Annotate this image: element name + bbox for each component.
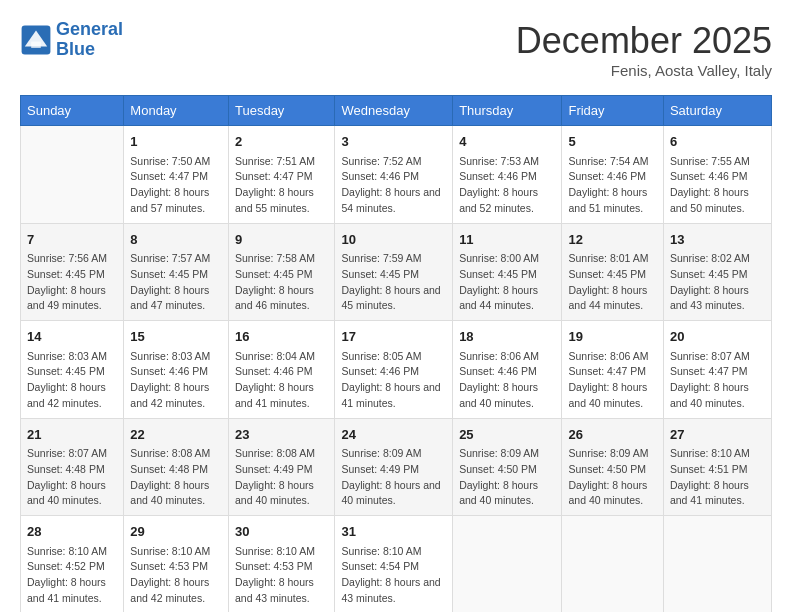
day-number: 16: [235, 327, 328, 347]
calendar-cell: 5Sunrise: 7:54 AMSunset: 4:46 PMDaylight…: [562, 126, 663, 224]
day-number: 14: [27, 327, 117, 347]
col-header-thursday: Thursday: [453, 96, 562, 126]
cell-info: Sunrise: 8:03 AMSunset: 4:46 PMDaylight:…: [130, 349, 222, 412]
week-row-1: 1Sunrise: 7:50 AMSunset: 4:47 PMDaylight…: [21, 126, 772, 224]
svg-rect-2: [31, 41, 41, 47]
cell-info: Sunrise: 7:56 AMSunset: 4:45 PMDaylight:…: [27, 251, 117, 314]
calendar-cell: 11Sunrise: 8:00 AMSunset: 4:45 PMDayligh…: [453, 223, 562, 321]
day-number: 25: [459, 425, 555, 445]
day-number: 1: [130, 132, 222, 152]
day-number: 18: [459, 327, 555, 347]
day-number: 4: [459, 132, 555, 152]
calendar-cell: 31Sunrise: 8:10 AMSunset: 4:54 PMDayligh…: [335, 516, 453, 613]
calendar-cell: 17Sunrise: 8:05 AMSunset: 4:46 PMDayligh…: [335, 321, 453, 419]
day-number: 24: [341, 425, 446, 445]
calendar-cell: 23Sunrise: 8:08 AMSunset: 4:49 PMDayligh…: [228, 418, 334, 516]
title-block: December 2025 Fenis, Aosta Valley, Italy: [516, 20, 772, 79]
day-number: 30: [235, 522, 328, 542]
calendar-cell: 30Sunrise: 8:10 AMSunset: 4:53 PMDayligh…: [228, 516, 334, 613]
day-number: 20: [670, 327, 765, 347]
calendar-cell: 20Sunrise: 8:07 AMSunset: 4:47 PMDayligh…: [663, 321, 771, 419]
day-number: 22: [130, 425, 222, 445]
calendar-cell: [453, 516, 562, 613]
day-number: 27: [670, 425, 765, 445]
col-header-friday: Friday: [562, 96, 663, 126]
calendar-cell: 12Sunrise: 8:01 AMSunset: 4:45 PMDayligh…: [562, 223, 663, 321]
calendar-cell: [21, 126, 124, 224]
calendar-cell: 22Sunrise: 8:08 AMSunset: 4:48 PMDayligh…: [124, 418, 229, 516]
week-row-4: 21Sunrise: 8:07 AMSunset: 4:48 PMDayligh…: [21, 418, 772, 516]
calendar-table: SundayMondayTuesdayWednesdayThursdayFrid…: [20, 95, 772, 612]
week-row-3: 14Sunrise: 8:03 AMSunset: 4:45 PMDayligh…: [21, 321, 772, 419]
col-header-wednesday: Wednesday: [335, 96, 453, 126]
cell-info: Sunrise: 8:10 AMSunset: 4:53 PMDaylight:…: [130, 544, 222, 607]
cell-info: Sunrise: 8:08 AMSunset: 4:48 PMDaylight:…: [130, 446, 222, 509]
day-number: 5: [568, 132, 656, 152]
day-number: 13: [670, 230, 765, 250]
cell-info: Sunrise: 7:54 AMSunset: 4:46 PMDaylight:…: [568, 154, 656, 217]
location: Fenis, Aosta Valley, Italy: [516, 62, 772, 79]
cell-info: Sunrise: 7:51 AMSunset: 4:47 PMDaylight:…: [235, 154, 328, 217]
calendar-body: 1Sunrise: 7:50 AMSunset: 4:47 PMDaylight…: [21, 126, 772, 613]
calendar-cell: 14Sunrise: 8:03 AMSunset: 4:45 PMDayligh…: [21, 321, 124, 419]
calendar-cell: 8Sunrise: 7:57 AMSunset: 4:45 PMDaylight…: [124, 223, 229, 321]
day-number: 9: [235, 230, 328, 250]
cell-info: Sunrise: 8:10 AMSunset: 4:52 PMDaylight:…: [27, 544, 117, 607]
day-number: 23: [235, 425, 328, 445]
cell-info: Sunrise: 8:04 AMSunset: 4:46 PMDaylight:…: [235, 349, 328, 412]
cell-info: Sunrise: 8:09 AMSunset: 4:50 PMDaylight:…: [459, 446, 555, 509]
day-number: 11: [459, 230, 555, 250]
cell-info: Sunrise: 8:10 AMSunset: 4:51 PMDaylight:…: [670, 446, 765, 509]
day-number: 7: [27, 230, 117, 250]
week-row-2: 7Sunrise: 7:56 AMSunset: 4:45 PMDaylight…: [21, 223, 772, 321]
logo-icon: [20, 24, 52, 56]
logo: General Blue: [20, 20, 123, 60]
cell-info: Sunrise: 8:01 AMSunset: 4:45 PMDaylight:…: [568, 251, 656, 314]
day-number: 12: [568, 230, 656, 250]
calendar-cell: 27Sunrise: 8:10 AMSunset: 4:51 PMDayligh…: [663, 418, 771, 516]
day-number: 6: [670, 132, 765, 152]
calendar-cell: 4Sunrise: 7:53 AMSunset: 4:46 PMDaylight…: [453, 126, 562, 224]
cell-info: Sunrise: 7:53 AMSunset: 4:46 PMDaylight:…: [459, 154, 555, 217]
header-row: SundayMondayTuesdayWednesdayThursdayFrid…: [21, 96, 772, 126]
calendar-cell: 10Sunrise: 7:59 AMSunset: 4:45 PMDayligh…: [335, 223, 453, 321]
cell-info: Sunrise: 8:06 AMSunset: 4:47 PMDaylight:…: [568, 349, 656, 412]
calendar-cell: [663, 516, 771, 613]
col-header-sunday: Sunday: [21, 96, 124, 126]
cell-info: Sunrise: 8:07 AMSunset: 4:47 PMDaylight:…: [670, 349, 765, 412]
day-number: 10: [341, 230, 446, 250]
calendar-cell: 7Sunrise: 7:56 AMSunset: 4:45 PMDaylight…: [21, 223, 124, 321]
month-title: December 2025: [516, 20, 772, 62]
calendar-cell: 3Sunrise: 7:52 AMSunset: 4:46 PMDaylight…: [335, 126, 453, 224]
logo-line1: General: [56, 19, 123, 39]
calendar-cell: 2Sunrise: 7:51 AMSunset: 4:47 PMDaylight…: [228, 126, 334, 224]
cell-info: Sunrise: 7:59 AMSunset: 4:45 PMDaylight:…: [341, 251, 446, 314]
day-number: 29: [130, 522, 222, 542]
cell-info: Sunrise: 8:09 AMSunset: 4:49 PMDaylight:…: [341, 446, 446, 509]
cell-info: Sunrise: 8:05 AMSunset: 4:46 PMDaylight:…: [341, 349, 446, 412]
calendar-cell: 29Sunrise: 8:10 AMSunset: 4:53 PMDayligh…: [124, 516, 229, 613]
cell-info: Sunrise: 7:50 AMSunset: 4:47 PMDaylight:…: [130, 154, 222, 217]
logo-line2: Blue: [56, 39, 95, 59]
cell-info: Sunrise: 8:00 AMSunset: 4:45 PMDaylight:…: [459, 251, 555, 314]
col-header-saturday: Saturday: [663, 96, 771, 126]
calendar-cell: 13Sunrise: 8:02 AMSunset: 4:45 PMDayligh…: [663, 223, 771, 321]
cell-info: Sunrise: 7:55 AMSunset: 4:46 PMDaylight:…: [670, 154, 765, 217]
day-number: 28: [27, 522, 117, 542]
calendar-cell: 26Sunrise: 8:09 AMSunset: 4:50 PMDayligh…: [562, 418, 663, 516]
calendar-cell: 25Sunrise: 8:09 AMSunset: 4:50 PMDayligh…: [453, 418, 562, 516]
calendar-cell: [562, 516, 663, 613]
cell-info: Sunrise: 8:06 AMSunset: 4:46 PMDaylight:…: [459, 349, 555, 412]
cell-info: Sunrise: 8:02 AMSunset: 4:45 PMDaylight:…: [670, 251, 765, 314]
cell-info: Sunrise: 8:10 AMSunset: 4:54 PMDaylight:…: [341, 544, 446, 607]
logo-text: General Blue: [56, 20, 123, 60]
cell-info: Sunrise: 8:08 AMSunset: 4:49 PMDaylight:…: [235, 446, 328, 509]
calendar-cell: 16Sunrise: 8:04 AMSunset: 4:46 PMDayligh…: [228, 321, 334, 419]
day-number: 3: [341, 132, 446, 152]
day-number: 26: [568, 425, 656, 445]
calendar-cell: 24Sunrise: 8:09 AMSunset: 4:49 PMDayligh…: [335, 418, 453, 516]
cell-info: Sunrise: 8:09 AMSunset: 4:50 PMDaylight:…: [568, 446, 656, 509]
cell-info: Sunrise: 8:03 AMSunset: 4:45 PMDaylight:…: [27, 349, 117, 412]
calendar-cell: 18Sunrise: 8:06 AMSunset: 4:46 PMDayligh…: [453, 321, 562, 419]
day-number: 15: [130, 327, 222, 347]
